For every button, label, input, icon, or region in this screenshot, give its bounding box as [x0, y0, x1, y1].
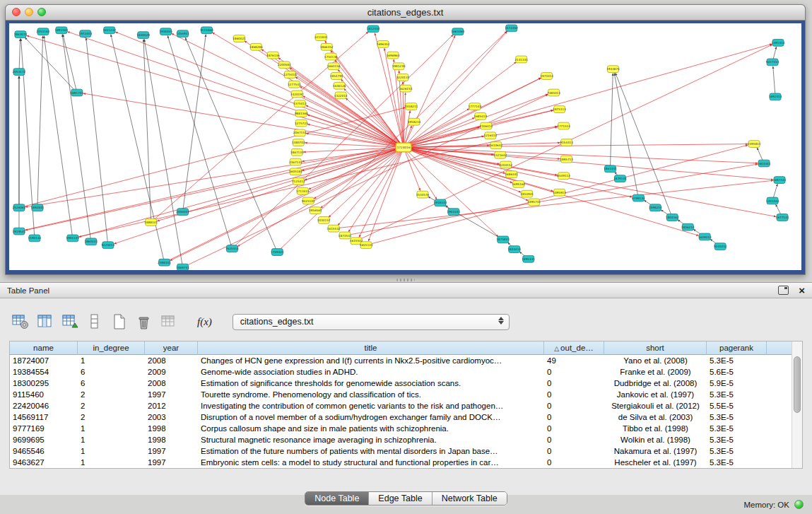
graph-edge[interactable]	[165, 78, 541, 262]
column-header-year[interactable]: year	[145, 341, 198, 355]
graph-node[interactable]: 1713431	[296, 187, 310, 194]
graph-node[interactable]: 2398341	[158, 259, 171, 266]
graph-node[interactable]: 1663460	[452, 28, 465, 35]
graph-node[interactable]: 1615532	[327, 225, 341, 232]
graph-node[interactable]: 2211841	[314, 34, 328, 41]
graph-edge[interactable]	[404, 31, 507, 147]
graph-node[interactable]: 1854941	[520, 190, 534, 197]
graph-edge[interactable]	[314, 147, 404, 199]
graph-node[interactable]: 1919541	[13, 228, 26, 235]
graph-edge[interactable]	[237, 147, 404, 246]
graph-node[interactable]: 1610642	[489, 142, 502, 149]
graph-node[interactable]: 1895741	[527, 199, 541, 206]
graph-node[interactable]: 1034157	[317, 217, 331, 224]
graph-node[interactable]: 1938455	[159, 28, 172, 35]
graph-node[interactable]: 1860021	[233, 35, 246, 42]
graph-node[interactable]: 1380702	[292, 139, 305, 146]
row-tools-icon[interactable]	[86, 313, 104, 330]
graph-node[interactable]: 1875113	[553, 106, 566, 113]
graph-node[interactable]: 2526061	[13, 204, 26, 211]
graph-edge[interactable]	[86, 38, 108, 245]
table-vertical-scrollbar[interactable]	[792, 341, 802, 468]
column-header-title[interactable]: title	[198, 341, 544, 355]
graph-edge[interactable]	[335, 60, 404, 148]
graph-node[interactable]: 1879144	[613, 175, 627, 182]
graph-node[interactable]: 1321642	[493, 151, 507, 158]
graph-node[interactable]: 1651242	[102, 27, 116, 34]
graph-node[interactable]: 1685413	[474, 112, 488, 119]
graph-node[interactable]: 1663152	[327, 63, 341, 70]
graph-node[interactable]: 1216414	[483, 132, 497, 139]
graph-edge[interactable]	[773, 66, 775, 97]
graph-edge[interactable]	[185, 37, 277, 252]
graph-node[interactable]: 1626153	[399, 85, 413, 92]
graph-edge[interactable]	[144, 39, 182, 267]
graph-edge[interactable]	[19, 39, 20, 72]
graph-node[interactable]: 1804162	[666, 214, 679, 221]
graph-node[interactable]: 1806214	[681, 223, 695, 230]
graph-node[interactable]: 2106414	[479, 122, 493, 129]
window-titlebar[interactable]: citations_edges.txt	[6, 5, 805, 21]
graph-edge[interactable]	[404, 147, 699, 235]
graph-node[interactable]: 8549113	[557, 173, 570, 180]
graph-node[interactable]: 1420197	[290, 90, 304, 98]
graph-node[interactable]: 2200583	[278, 62, 291, 69]
table-row[interactable]: 1456911722003Disruption of a novel membe…	[10, 411, 802, 423]
graph-node[interactable]: 1558211	[405, 103, 418, 110]
graph-edge[interactable]	[44, 36, 73, 238]
graph-node[interactable]: 7485013	[547, 89, 560, 96]
table-row[interactable]: 1872400712008Changes of HCN gene express…	[10, 355, 802, 366]
graph-edge[interactable]	[19, 107, 405, 208]
graph-edge[interactable]	[404, 35, 455, 147]
graph-edge[interactable]	[346, 98, 404, 148]
graph-node[interactable]: 1891504	[55, 27, 69, 34]
graph-node[interactable]: 2367143	[289, 158, 302, 165]
import-table-icon[interactable]	[160, 313, 178, 330]
graph-node[interactable]: 1956561	[309, 207, 322, 214]
graph-node[interactable]: 1754138	[324, 53, 338, 60]
graph-node[interactable]: 1944874	[606, 66, 620, 73]
graph-node[interactable]: 1863074	[14, 31, 28, 38]
graph-edge[interactable]	[334, 180, 773, 228]
graph-node[interactable]: 2006041	[176, 209, 189, 216]
graph-edge[interactable]	[37, 36, 43, 208]
table-row[interactable]: 977716911998Corpus callosum shape and si…	[10, 423, 802, 434]
graph-node[interactable]: 1777143	[469, 103, 482, 110]
graph-node[interactable]: 1605184	[289, 168, 302, 175]
graph-node[interactable]: 2067151	[293, 129, 307, 136]
graph-node[interactable]: 1918443	[434, 199, 447, 206]
graph-hub-node[interactable]: 1724016	[396, 143, 411, 152]
graph-node[interactable]: 1759441	[271, 249, 284, 256]
graph-node[interactable]: 1095913	[553, 189, 566, 196]
graph-node[interactable]: 1322013	[334, 92, 348, 99]
graph-edge[interactable]	[183, 35, 206, 212]
graph-node[interactable]: 9225013	[101, 242, 114, 249]
graph-node[interactable]: 1895441	[522, 255, 535, 262]
graph-node[interactable]: 1655133	[360, 242, 373, 249]
column-header-name[interactable]: name	[10, 341, 78, 355]
table-selector-dropdown[interactable]: citations_edges.txt	[233, 314, 510, 330]
graph-node[interactable]: 1696352	[377, 41, 390, 48]
graph-node[interactable]: 1697341	[773, 177, 787, 184]
graph-node[interactable]: 1869741	[176, 264, 189, 270]
graph-node[interactable]: 1854791	[330, 73, 343, 80]
graph-node[interactable]: 2053163	[37, 28, 50, 35]
show-columns-icon[interactable]	[36, 313, 54, 330]
graph-node[interactable]: 1695164	[512, 181, 525, 188]
graph-node[interactable]: 1903441	[447, 209, 461, 216]
graph-edge[interactable]	[167, 35, 232, 248]
citation-network-graph[interactable]: 1863074205316318915041972403165124218300…	[9, 23, 801, 270]
graph-node[interactable]: 7625414	[225, 245, 239, 252]
graph-node[interactable]: 2053172	[13, 69, 26, 76]
graph-edge[interactable]	[78, 147, 404, 237]
graph-node[interactable]: 1888141	[144, 218, 158, 226]
table-row[interactable]: 1938455462009Genome-wide association stu…	[10, 366, 802, 378]
graph-node[interactable]: 1591413	[772, 40, 785, 47]
graph-node[interactable]: 1958214	[408, 118, 421, 125]
graph-node[interactable]: 1590141	[28, 235, 42, 242]
graph-node[interactable]: 1696963	[387, 52, 400, 59]
graph-edge[interactable]	[404, 109, 469, 148]
graph-node[interactable]: 1876136	[266, 52, 280, 59]
graph-node[interactable]: 1375413	[293, 100, 307, 107]
column-header-pagerank[interactable]: pagerank	[707, 341, 767, 355]
